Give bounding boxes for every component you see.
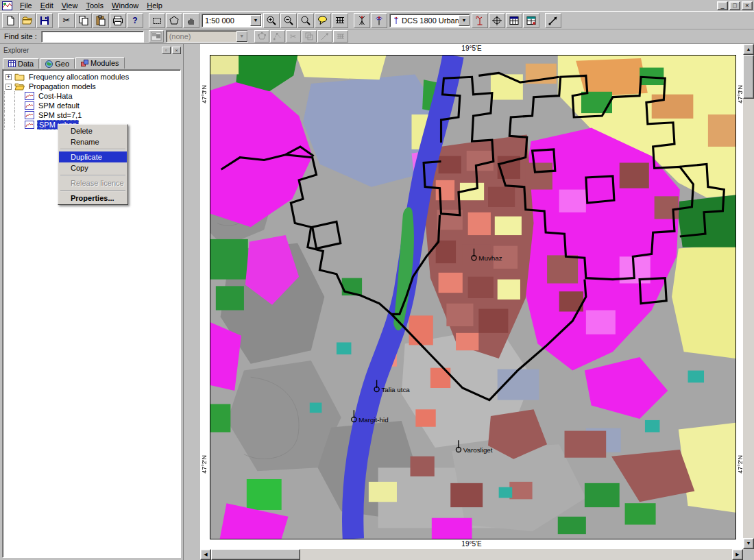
main-toolbar: ✂ ? 1:50 000 ▼ DCS 1800 Urban ▼ xyxy=(0,12,754,29)
menu-edit[interactable]: Edit xyxy=(36,1,58,11)
context-menu-properties[interactable]: Properties... xyxy=(59,193,127,204)
context-menu-rename[interactable]: Rename xyxy=(59,136,127,147)
menu-file[interactable]: File xyxy=(16,1,36,11)
grid-measure-button[interactable] xyxy=(332,13,348,28)
tree-item-propagation-models[interactable]: - Propagation models xyxy=(4,82,179,91)
context-menu-copy[interactable]: Copy xyxy=(59,162,127,173)
context-menu-separator xyxy=(60,149,125,150)
expand-icon[interactable]: + xyxy=(5,74,12,80)
coordinate-label-left-top: 47°3'N xyxy=(201,85,208,104)
map-horizontal-scrollbar[interactable]: ◀ ▶ xyxy=(200,549,743,560)
context-menu-release-licence: Release licence xyxy=(59,178,127,188)
app-icon[interactable] xyxy=(2,1,12,10)
find-site-label: Find site : xyxy=(2,32,41,40)
tree-item-spm-std[interactable]: SPM std=7,1 xyxy=(4,110,179,120)
cut-button[interactable]: ✂ xyxy=(58,13,75,28)
fit-zone-tool-button xyxy=(317,30,332,42)
map-vertical-scrollbar[interactable]: ▲ ▼ xyxy=(743,44,754,549)
modules-icon xyxy=(81,60,88,67)
context-menu-separator xyxy=(60,175,125,176)
scroll-right-icon[interactable]: ▶ xyxy=(732,549,743,560)
tree-item-label: Propagation models xyxy=(27,82,97,90)
paste-button[interactable] xyxy=(93,13,109,28)
close-button[interactable]: × xyxy=(742,1,753,10)
save-button[interactable] xyxy=(36,13,53,28)
label-callout-button[interactable] xyxy=(315,13,331,28)
combo-arrow-icon[interactable]: ▼ xyxy=(250,15,261,26)
toolbar-separator xyxy=(53,14,58,27)
grid-zone-tool-button xyxy=(333,30,348,42)
scroll-left-icon[interactable]: ◀ xyxy=(200,549,211,560)
focus-zone-combo: (none) ▼ xyxy=(166,30,248,42)
coordinate-label-bottom: 19°5'E xyxy=(200,540,743,548)
focus-zone-value: (none) xyxy=(169,32,236,40)
menu-view[interactable]: View xyxy=(58,1,82,11)
tab-label: Data xyxy=(18,60,34,68)
context-menu-separator xyxy=(60,190,125,191)
find-site-input[interactable] xyxy=(41,31,144,42)
zoom-out-button[interactable] xyxy=(280,13,297,28)
vertical-scroll-thumb[interactable] xyxy=(743,55,754,99)
dock-panel-icon[interactable]: ▫ xyxy=(162,47,171,54)
tab-label: Modules xyxy=(90,59,119,67)
table-view-button[interactable] xyxy=(506,13,522,28)
zoom-scale-combo[interactable]: 1:50 000 ▼ xyxy=(202,14,262,27)
propagation-model-icon xyxy=(25,92,34,100)
propagation-model-icon xyxy=(25,111,34,119)
horizontal-scroll-thumb[interactable] xyxy=(211,549,300,560)
explorer-tabs: Data Geo Modules xyxy=(2,55,181,68)
toolbar-separator xyxy=(144,14,149,27)
restore-button[interactable]: □ xyxy=(729,1,740,10)
zoom-in-button[interactable] xyxy=(263,13,280,28)
rectangle-zone-button[interactable] xyxy=(149,13,165,28)
close-panel-icon[interactable]: × xyxy=(172,47,181,54)
center-map-button[interactable] xyxy=(489,13,505,28)
tab-modules[interactable]: Modules xyxy=(75,57,125,69)
new-document-button[interactable] xyxy=(2,13,19,28)
context-menu-duplicate[interactable]: Duplicate xyxy=(59,151,127,162)
context-menu-delete[interactable]: Delete xyxy=(59,125,127,136)
propagation-model-icon xyxy=(25,121,34,129)
scroll-up-icon[interactable]: ▲ xyxy=(743,44,754,55)
zoom-scale-value: 1:50 000 xyxy=(205,16,250,25)
clutter-map: Muvhaz Talia utca Margit-hid Varosliget xyxy=(210,56,735,539)
scroll-down-icon[interactable]: ▼ xyxy=(743,538,754,549)
collapse-icon[interactable]: - xyxy=(5,84,12,90)
open-document-button[interactable] xyxy=(19,13,36,28)
tab-geo[interactable]: Geo xyxy=(40,58,75,69)
tree-item-spm-default[interactable]: SPM default xyxy=(4,101,179,110)
scrollbar-corner xyxy=(743,549,754,560)
transmitter-button[interactable] xyxy=(371,13,387,28)
zoom-window-button[interactable] xyxy=(297,13,314,28)
polygon-zone-button[interactable] xyxy=(166,13,182,28)
project-combo-icon xyxy=(393,16,400,25)
tree-item-label: Cost-Hata xyxy=(37,92,74,100)
site-label: Varosliget xyxy=(463,446,493,454)
explorer-title: Explorer xyxy=(3,47,29,54)
menu-window[interactable]: Window xyxy=(108,1,143,11)
copy-button[interactable] xyxy=(75,13,92,28)
menu-help[interactable]: Help xyxy=(143,1,167,11)
station-template-button[interactable] xyxy=(472,13,488,28)
tab-data[interactable]: Data xyxy=(3,58,39,69)
tree-item-frequency-allocation-modules[interactable]: + Frequency allocation modules xyxy=(4,72,179,82)
edit-zone-tool-button xyxy=(270,30,285,42)
report-view-button[interactable] xyxy=(523,13,539,28)
map-canvas[interactable]: Muvhaz Talia utca Margit-hid Varosliget xyxy=(210,55,736,539)
site-antenna-button[interactable] xyxy=(354,13,370,28)
help-button[interactable]: ? xyxy=(127,13,143,28)
legend-map-icon xyxy=(149,30,164,42)
measure-vector-button[interactable] xyxy=(545,13,561,28)
menu-tools[interactable]: Tools xyxy=(82,1,108,11)
print-button[interactable] xyxy=(110,13,126,28)
project-combo[interactable]: DCS 1800 Urban ▼ xyxy=(389,14,470,27)
minimize-button[interactable]: _ xyxy=(717,1,728,10)
data-table-icon xyxy=(8,60,16,67)
tree-item-label: SPM std=7,1 xyxy=(37,111,83,119)
panel-splitter[interactable] xyxy=(184,44,200,560)
pan-hand-button[interactable] xyxy=(183,13,199,28)
combo-arrow-icon[interactable]: ▼ xyxy=(459,15,470,26)
find-toolbar: Find site : (none) ▼ ✂ xyxy=(0,29,754,44)
tree-item-cost-hata[interactable]: Cost-Hata xyxy=(4,91,179,101)
cut-zone-tool-button: ✂ xyxy=(286,30,301,42)
